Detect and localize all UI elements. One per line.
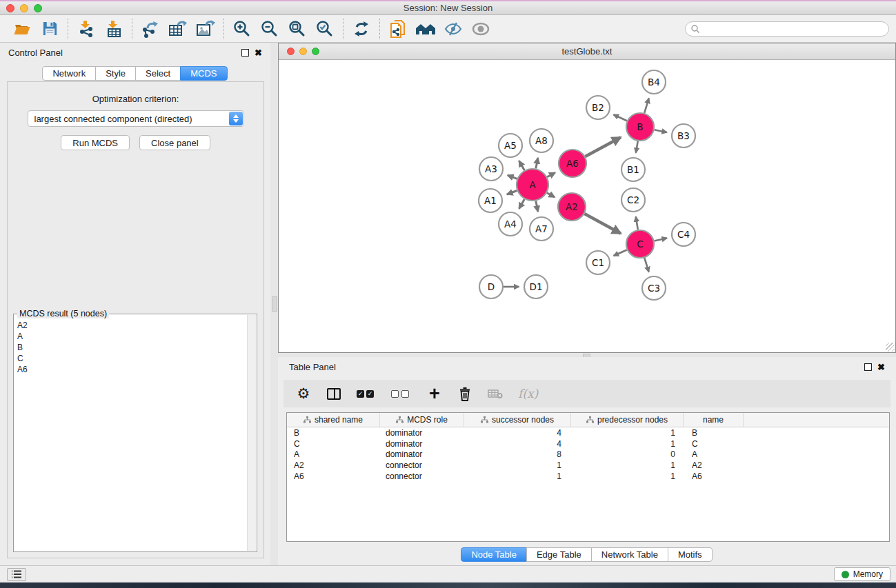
edge-B-B3[interactable] [655, 130, 667, 132]
edge-A-A8[interactable] [536, 158, 538, 168]
edge-A-A3[interactable] [508, 175, 517, 179]
zoom-in-button[interactable] [228, 17, 256, 41]
node-A4[interactable]: A4 [499, 212, 522, 236]
edge-A6-B[interactable] [586, 137, 621, 156]
network-graph[interactable]: AA6A2BCA5A8A3A1A4A7B2B4B3B1C2C4C1C3DD1 [279, 60, 895, 352]
edge-B-B2[interactable] [614, 114, 627, 121]
show-columns-button[interactable] [326, 385, 341, 403]
column-header-shared-name[interactable]: shared name [287, 413, 380, 427]
edge-A-A5[interactable] [519, 161, 525, 170]
node-C4[interactable]: C4 [672, 223, 695, 246]
cell[interactable]: A2 [287, 460, 380, 470]
resize-grip-icon[interactable] [886, 343, 895, 352]
edge-A-A2[interactable] [547, 193, 555, 197]
tab-style[interactable]: Style [95, 66, 136, 81]
node-A1[interactable]: A1 [479, 189, 502, 212]
node-A7[interactable]: A7 [530, 217, 553, 241]
node-A5[interactable]: A5 [499, 134, 522, 157]
function-builder-button[interactable]: f(x) [518, 385, 538, 403]
tab-node-table[interactable]: Node Table [461, 547, 527, 562]
search-input[interactable] [700, 23, 888, 35]
import-network-button[interactable] [72, 17, 100, 41]
node-C[interactable]: C [626, 230, 654, 258]
delete-table-button[interactable] [488, 385, 503, 403]
cell[interactable]: dominator [380, 439, 464, 449]
node-B1[interactable]: B1 [621, 158, 645, 181]
node-C2[interactable]: C2 [621, 188, 645, 212]
edge-C-C4[interactable] [655, 238, 667, 241]
node-A8[interactable]: A8 [530, 129, 553, 152]
run-mcds-button[interactable]: Run MCDS [61, 135, 130, 150]
table-settings-button[interactable]: ⚙ [296, 385, 311, 403]
zoom-selected-button[interactable] [311, 17, 339, 41]
cell[interactable]: 4 [464, 439, 571, 449]
cell[interactable]: A2 [684, 460, 744, 470]
cell[interactable]: 1 [571, 460, 684, 470]
save-session-button[interactable] [36, 17, 63, 41]
node-C1[interactable]: C1 [586, 251, 610, 274]
cell[interactable]: 0 [571, 449, 684, 459]
node-D[interactable]: D [479, 275, 503, 298]
node-B2[interactable]: B2 [586, 96, 610, 119]
apply-layout-button[interactable] [348, 17, 375, 41]
result-item-a6[interactable]: A6 [17, 364, 243, 375]
node-C3[interactable]: C3 [642, 276, 666, 300]
edge-A-A6[interactable] [547, 173, 555, 177]
cell[interactable]: C [684, 439, 744, 449]
cell[interactable]: A6 [287, 472, 380, 481]
add-column-button[interactable]: + [427, 385, 442, 403]
tab-edge-table[interactable]: Edge Table [526, 547, 592, 562]
column-header-MCDS-role[interactable]: MCDS role [380, 413, 464, 427]
column-header-name[interactable]: name [684, 413, 744, 427]
zoom-fit-button[interactable] [283, 17, 311, 41]
column-header-successor-nodes[interactable]: successor nodes [464, 413, 571, 427]
table-float-icon[interactable] [864, 363, 872, 371]
zoom-out-button[interactable] [256, 17, 283, 41]
export-network-button[interactable] [137, 17, 164, 41]
edge-A-A1[interactable] [507, 191, 517, 195]
tab-network[interactable]: Network [42, 66, 96, 81]
close-panel-button[interactable]: Close panel [139, 135, 210, 150]
tab-motifs[interactable]: Motifs [668, 547, 713, 562]
result-scrollbar[interactable] [247, 315, 256, 551]
node-B[interactable]: B [626, 113, 654, 141]
result-item-c[interactable]: C [17, 353, 243, 364]
cell[interactable]: dominator [380, 449, 464, 459]
table-row[interactable]: A2connector11A2 [287, 460, 889, 471]
cell[interactable]: 8 [464, 449, 571, 459]
cell[interactable]: connector [380, 472, 464, 481]
float-panel-icon[interactable] [241, 49, 249, 57]
result-item-a2[interactable]: A2 [17, 320, 243, 331]
tab-select[interactable]: Select [135, 66, 181, 81]
cell[interactable]: 1 [464, 472, 571, 481]
node-B4[interactable]: B4 [642, 70, 666, 94]
cell[interactable]: C [287, 439, 380, 449]
column-header-predecessor-nodes[interactable]: predecessor nodes [571, 413, 684, 427]
table-row[interactable]: Bdominator41B [287, 427, 889, 438]
node-table[interactable]: shared nameMCDS rolesuccessor nodesprede… [286, 412, 890, 542]
edge-C-C3[interactable] [644, 258, 648, 272]
edge-A-A7[interactable] [536, 201, 538, 212]
node-B3[interactable]: B3 [672, 124, 695, 148]
criterion-dropdown[interactable]: largest connected component (directed) [28, 110, 244, 127]
tab-network-table[interactable]: Network Table [591, 547, 668, 562]
node-A[interactable]: A [517, 169, 548, 201]
close-panel-icon[interactable]: ✖ [255, 49, 262, 57]
edge-A-A4[interactable] [519, 199, 525, 209]
edge-C-C2[interactable] [636, 216, 638, 230]
node-A2[interactable]: A2 [558, 193, 586, 221]
cell[interactable]: 1 [571, 428, 684, 438]
node-D1[interactable]: D1 [524, 275, 548, 298]
import-table-button[interactable] [100, 17, 128, 41]
hide-panel-button[interactable] [439, 17, 467, 41]
edge-B-B1[interactable] [636, 141, 638, 153]
node-A6[interactable]: A6 [559, 150, 586, 177]
tab-mcds[interactable]: MCDS [180, 66, 227, 81]
cell[interactable]: 1 [571, 472, 684, 481]
show-panel-button[interactable] [467, 17, 495, 41]
table-close-icon[interactable]: ✖ [877, 363, 885, 371]
cell[interactable]: 1 [464, 460, 571, 470]
cell[interactable]: B [684, 428, 744, 438]
cell[interactable]: A6 [684, 472, 744, 481]
network-canvas[interactable]: AA6A2BCA5A8A3A1A4A7B2B4B3B1C2C4C1C3DD1 [279, 60, 895, 352]
